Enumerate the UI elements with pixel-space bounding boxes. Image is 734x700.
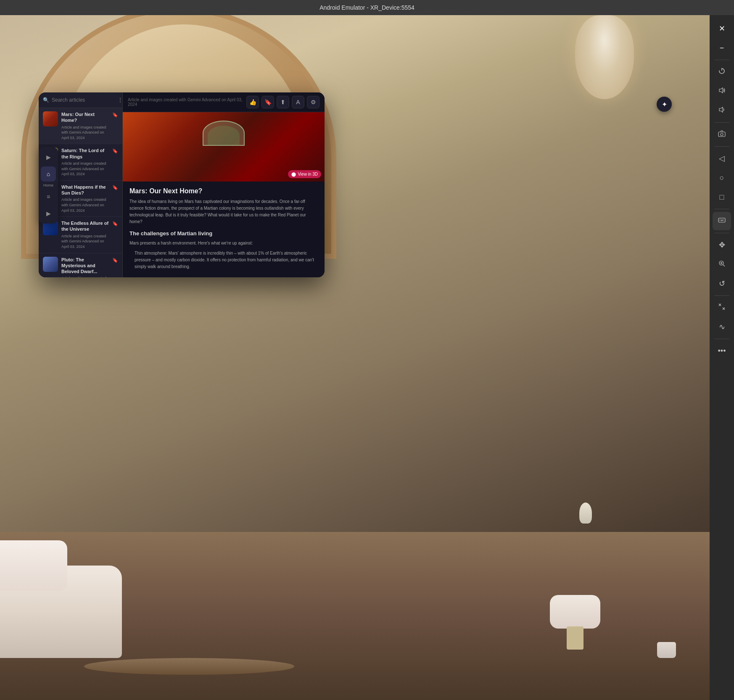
view-3d-icon: ⬤ xyxy=(291,172,296,176)
overview-square-icon: □ xyxy=(720,193,724,202)
article-subtitle: Article and images created with Gemini A… xyxy=(61,161,109,177)
article-subtitle: Article and images created with Gemini A… xyxy=(61,197,109,213)
vase-decor xyxy=(579,503,592,524)
home-nav-button[interactable]: ⌂ xyxy=(41,166,56,182)
share-button[interactable]: ⬆ xyxy=(277,96,289,108)
bookmark-icon[interactable]: 🔖 xyxy=(112,112,118,118)
fab-button[interactable]: ✦ xyxy=(657,97,672,112)
minimize-button[interactable]: − xyxy=(713,39,731,57)
volume-up-button[interactable] xyxy=(713,82,731,100)
divider-5 xyxy=(714,233,729,233)
sofa-cushion xyxy=(0,540,67,591)
list-item[interactable]: Pluto: The Mysterious and Beloved Dwarf.… xyxy=(39,253,122,278)
settings-button[interactable]: ⚙ xyxy=(307,96,319,108)
bookmark-icon[interactable]: 🔖 xyxy=(112,221,118,226)
article-intro: The idea of humans living on Mars has ca… xyxy=(129,198,318,225)
bookmark-icon[interactable]: 🔖 xyxy=(112,148,118,154)
wave-button[interactable]: ∿ xyxy=(713,318,731,336)
close-icon: ✕ xyxy=(719,24,725,33)
media-nav-button[interactable]: ▶ xyxy=(41,206,56,221)
power-button[interactable] xyxy=(713,63,731,81)
coffee-table xyxy=(84,658,294,675)
zoom-icon xyxy=(718,260,726,269)
divider-4 xyxy=(714,209,729,209)
volume-down-button[interactable] xyxy=(713,101,731,120)
camera-button[interactable] xyxy=(713,125,731,144)
font-button[interactable]: A xyxy=(292,96,304,108)
chair xyxy=(546,582,605,650)
divider-3 xyxy=(714,146,729,147)
article-section-title: The challenges of Martian living xyxy=(129,230,318,237)
font-icon: A xyxy=(296,99,300,105)
svg-line-15 xyxy=(723,265,725,266)
divider-7 xyxy=(714,339,729,339)
article-subtitle: Article and images created with Gemini A… xyxy=(61,276,109,277)
left-nav-panel: ▶ ⌂ Home ≡ ▶ xyxy=(39,147,58,224)
home-nav-label: Home xyxy=(43,183,53,187)
article-info: What Happens if the Sun Dies? Article an… xyxy=(61,184,109,213)
bookmark-icon: 🔖 xyxy=(264,99,272,105)
svg-marker-3 xyxy=(719,107,723,112)
wave-icon: ∿ xyxy=(719,322,725,332)
article-bullet-1: Thin atmosphere: Mars' atmosphere is inc… xyxy=(129,250,318,270)
expand-icon: ▶ xyxy=(46,154,51,161)
keyboard-button[interactable] xyxy=(713,212,731,230)
content-panel: Article and images created with Gemini A… xyxy=(123,92,325,277)
article-subtitle: Article and images created with Gemini A… xyxy=(61,125,109,141)
rotate-button[interactable]: ↺ xyxy=(713,274,731,293)
bookmark-icon[interactable]: 🔖 xyxy=(112,185,118,190)
article-title: Mars: Our Next Home? xyxy=(61,111,109,124)
article-info: The Endless Allure of the Universe Artic… xyxy=(61,220,109,249)
app-panel: 🔍 ⋮ Mars: Our Next Home? Article and ima… xyxy=(39,92,325,277)
article-content: Mars: Our Next Home? The idea of humans … xyxy=(123,182,325,277)
list-nav-button[interactable]: ≡ xyxy=(41,189,56,204)
article-thumbnail-mars xyxy=(43,111,58,126)
bookmark-icon[interactable]: 🔖 xyxy=(112,258,118,263)
article-toolbar: Article and images created with Gemini A… xyxy=(123,92,325,112)
svg-marker-2 xyxy=(719,88,723,93)
more-options-button[interactable]: ••• xyxy=(713,342,731,360)
chair-seat xyxy=(550,595,600,629)
collapse-button[interactable] xyxy=(713,298,731,317)
divider-6 xyxy=(714,295,729,296)
article-thumbnail-pluto xyxy=(43,257,58,272)
bookmark-button[interactable]: 🔖 xyxy=(261,96,274,108)
article-hero-image: ⬤ View in 3D xyxy=(123,112,325,182)
article-title: Saturn: The Lord of the Rings xyxy=(61,147,109,160)
search-input[interactable] xyxy=(52,97,115,103)
list-item[interactable]: Mars: Our Next Home? Article and images … xyxy=(39,108,122,144)
camera-icon xyxy=(718,130,726,139)
volume-down-icon xyxy=(718,106,726,116)
close-button[interactable]: ✕ xyxy=(713,19,731,38)
home-button[interactable]: ○ xyxy=(713,168,731,187)
home-icon: ⌂ xyxy=(47,171,50,177)
article-subtitle: Article and images created with Gemini A… xyxy=(61,234,109,250)
chair-leg xyxy=(567,626,584,650)
divider-1 xyxy=(714,60,729,60)
article-info: Pluto: The Mysterious and Beloved Dwarf.… xyxy=(61,257,109,278)
article-section-body: Mars presents a harsh environment. Here'… xyxy=(129,240,318,247)
overview-button[interactable]: □ xyxy=(713,188,731,206)
move-icon: ✥ xyxy=(719,240,725,250)
search-icon: 🔍 xyxy=(43,97,49,103)
title-bar-text: Android Emulator - XR_Device:5554 xyxy=(319,4,415,11)
title-bar: Android Emulator - XR_Device:5554 xyxy=(0,0,734,15)
expand-panel-button[interactable]: ▶ xyxy=(41,150,56,165)
home-circle-icon: ○ xyxy=(720,174,724,182)
mars-dome-visual xyxy=(203,121,245,146)
toolbar-credit: Article and images created with Gemini A… xyxy=(128,97,246,107)
menu-dots-button[interactable]: ⋮ xyxy=(117,97,123,103)
settings-icon: ⚙ xyxy=(311,99,316,105)
like-button[interactable]: 👍 xyxy=(246,96,259,108)
view-3d-button[interactable]: ⬤ View in 3D xyxy=(288,170,321,178)
right-sidebar: ✕ − xyxy=(710,15,734,700)
zoom-button[interactable] xyxy=(713,255,731,274)
svg-point-5 xyxy=(721,133,723,136)
cup xyxy=(657,642,676,658)
volume-up-icon xyxy=(718,87,726,96)
more-icon: ••• xyxy=(718,347,726,355)
search-bar: 🔍 ⋮ xyxy=(39,92,122,108)
article-title: What Happens if the Sun Dies? xyxy=(61,184,109,196)
move-button[interactable]: ✥ xyxy=(713,236,731,254)
back-button[interactable]: ◁ xyxy=(713,149,731,168)
